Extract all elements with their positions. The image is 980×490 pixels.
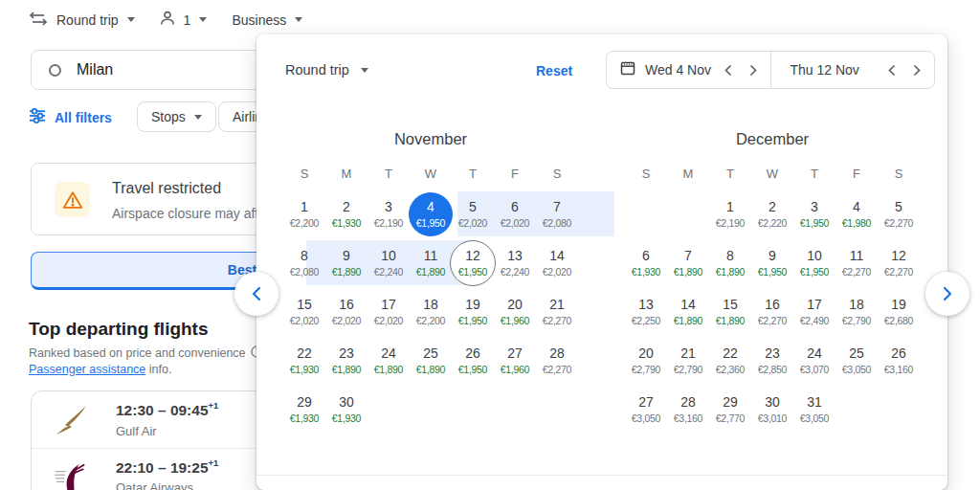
calendar-day-december-3[interactable]: 3€1,950: [793, 189, 835, 238]
calendar-day-december-26[interactable]: 26€3,160: [878, 336, 920, 385]
calendar-day-november-11[interactable]: 11€1,890: [410, 238, 452, 287]
datepicker-trip-type-dropdown[interactable]: Round trip: [285, 62, 368, 78]
calendar-day-december-25[interactable]: 25€3,050: [835, 336, 878, 385]
day-number: 13: [507, 249, 523, 263]
calendar-day-november-24[interactable]: 24€1,890: [368, 336, 410, 385]
calendar-day-november-6[interactable]: 6€2,020: [494, 189, 536, 238]
calendar-day-december-2[interactable]: 2€2,220: [751, 189, 793, 238]
day-price: €1,930: [632, 266, 660, 278]
day-price: €2,270: [543, 364, 571, 375]
calendar-day-december-9[interactable]: 9€1,950: [751, 238, 793, 287]
calendar-day-december-11[interactable]: 11€2,270: [835, 238, 878, 287]
day-price: €2,250: [632, 315, 660, 326]
day-number: 3: [385, 200, 392, 214]
trip-type-dropdown[interactable]: Round trip: [29, 11, 135, 29]
return-next-day-button[interactable]: [905, 58, 928, 81]
calendar-day-november-8[interactable]: 8€2,080: [283, 238, 325, 287]
calendar-day-december-19[interactable]: 19€2,680: [878, 287, 920, 336]
calendar-day-november-25[interactable]: 25€1,890: [410, 336, 452, 385]
calendar-day-december-6[interactable]: 6€1,930: [625, 238, 667, 287]
calendar-day-november-22[interactable]: 22€1,930: [283, 336, 325, 385]
calendar-day-november-28[interactable]: 28€2,270: [536, 336, 578, 385]
calendar-day-december-23[interactable]: 23€2,850: [751, 336, 793, 385]
departure-next-day-button[interactable]: [742, 58, 765, 81]
calendar-day-november-23[interactable]: 23€1,890: [325, 336, 368, 385]
day-number: 21: [549, 298, 565, 312]
gulf-air-logo-icon: [53, 404, 89, 436]
calendar-day-november-29[interactable]: 29€1,930: [283, 385, 325, 434]
all-filters-button[interactable]: All filters: [29, 107, 112, 127]
day-number: 27: [507, 346, 523, 361]
calendar-day-november-7[interactable]: 7€2,080: [536, 189, 578, 238]
calendar-day-november-17[interactable]: 17€2,020: [368, 287, 410, 336]
calendar-day-december-13[interactable]: 13€2,250: [625, 287, 667, 336]
calendar-day-november-30[interactable]: 30€1,930: [325, 385, 368, 434]
departure-date-field[interactable]: Wed 4 Nov: [607, 52, 770, 88]
day-number: 5: [895, 200, 902, 214]
calendar-day-november-4[interactable]: 4€1,950: [410, 189, 452, 238]
calendar-day-december-20[interactable]: 20€2,790: [625, 336, 667, 385]
passenger-assistance-link[interactable]: Passenger assistance: [29, 363, 145, 376]
previous-months-button[interactable]: [234, 272, 278, 316]
day-price: €2,200: [416, 315, 445, 326]
origin-value: Milan: [77, 61, 113, 78]
calendar-day-december-8[interactable]: 8€1,890: [709, 238, 751, 287]
stops-filter-button[interactable]: Stops: [137, 101, 216, 132]
day-number: 1: [301, 200, 308, 214]
return-date-field[interactable]: Thu 12 Nov: [771, 52, 935, 88]
calendar-day-november-10[interactable]: 10€2,240: [368, 238, 410, 287]
calendar-day-december-17[interactable]: 17€2,490: [793, 287, 835, 336]
calendar-day-november-1[interactable]: 1€2,200: [283, 189, 325, 238]
day-price: €1,980: [842, 217, 871, 229]
calendar-day-november-13[interactable]: 13€2,240: [494, 238, 536, 287]
calendar-day-november-12[interactable]: 12€1,950: [452, 238, 494, 287]
weekday-label: W: [410, 167, 452, 184]
passengers-dropdown[interactable]: 1: [160, 11, 208, 29]
calendar-day-december-16[interactable]: 16€2,270: [751, 287, 793, 336]
day-price: €2,270: [758, 315, 787, 326]
calendar-day-december-21[interactable]: 21€2,790: [667, 336, 709, 385]
calendar-day-december-24[interactable]: 24€3,070: [793, 336, 835, 385]
calendar-day-november-3[interactable]: 3€2,190: [368, 189, 410, 238]
calendar-day-december-15[interactable]: 15€1,890: [709, 287, 751, 336]
calendar-day-december-7[interactable]: 7€1,890: [667, 238, 709, 287]
calendar-day-december-1[interactable]: 1€2,190: [709, 189, 751, 238]
calendar-day-december-28[interactable]: 28€3,160: [667, 385, 709, 434]
day-number: 31: [807, 395, 822, 410]
calendar-day-december-27[interactable]: 27€3,050: [625, 385, 667, 434]
day-price: €1,960: [501, 364, 529, 375]
weekday-label: F: [494, 167, 536, 184]
calendar-day-december-18[interactable]: 18€2,790: [835, 287, 878, 336]
calendar-day-november-18[interactable]: 18€2,200: [410, 287, 452, 336]
flight-time: 22:10 – 19:25+1: [116, 458, 218, 477]
calendar-day-november-15[interactable]: 15€2,020: [283, 287, 325, 336]
calendar-day-november-26[interactable]: 26€1,950: [452, 336, 494, 385]
reset-button[interactable]: Reset: [536, 63, 572, 78]
calendar-day-december-12[interactable]: 12€2,270: [878, 238, 920, 287]
calendar-day-december-14[interactable]: 14€1,890: [667, 287, 709, 336]
calendar-day-december-10[interactable]: 10€1,950: [793, 238, 835, 287]
calendar-day-december-31[interactable]: 31€3,050: [793, 385, 835, 434]
calendar-day-december-22[interactable]: 22€2,360: [709, 336, 751, 385]
month-days-grid: 1€2,2002€1,9303€2,1904€1,9505€2,0206€2,0…: [283, 189, 578, 434]
calendar-day-november-27[interactable]: 27€1,960: [494, 336, 536, 385]
calendar-day-december-5[interactable]: 5€2,270: [878, 189, 920, 238]
calendar-day-november-16[interactable]: 16€2,020: [325, 287, 368, 336]
calendar-day-december-30[interactable]: 30€3,010: [751, 385, 793, 434]
cabin-class-dropdown[interactable]: Business: [232, 12, 302, 28]
calendar-day-november-14[interactable]: 14€2,020: [536, 238, 578, 287]
return-prev-day-button[interactable]: [880, 58, 903, 81]
calendar-day-november-2[interactable]: 2€1,930: [325, 189, 368, 238]
calendar-day-november-20[interactable]: 20€1,960: [494, 287, 536, 336]
day-price: €2,240: [374, 266, 403, 278]
calendar-day-december-29[interactable]: 29€2,770: [709, 385, 751, 434]
weekday-label: T: [452, 167, 494, 184]
day-number: 11: [424, 249, 438, 263]
departure-prev-day-button[interactable]: [717, 58, 740, 81]
next-months-button[interactable]: [925, 272, 969, 316]
calendar-day-november-19[interactable]: 19€1,950: [452, 287, 494, 336]
calendar-day-december-4[interactable]: 4€1,980: [835, 189, 878, 238]
calendar-day-november-21[interactable]: 21€2,270: [536, 287, 578, 336]
calendar-day-november-9[interactable]: 9€1,890: [325, 238, 368, 287]
calendar-day-november-5[interactable]: 5€2,020: [452, 189, 494, 238]
